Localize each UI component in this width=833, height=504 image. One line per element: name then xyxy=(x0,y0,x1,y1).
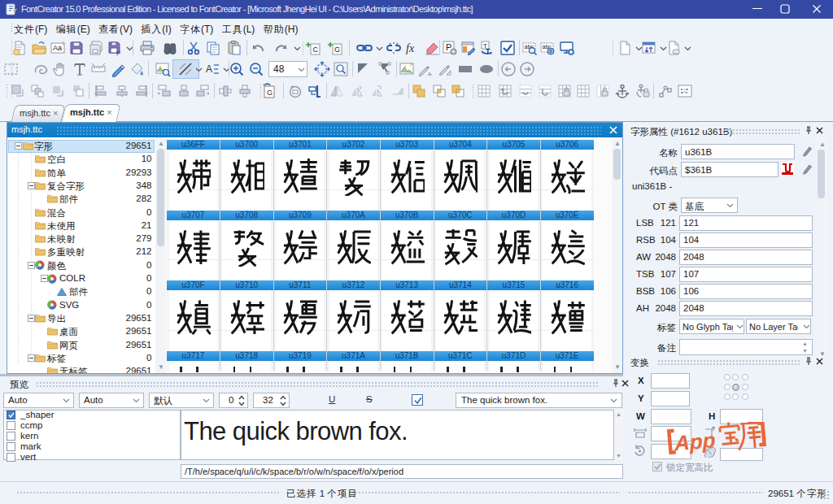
svg-text:G: G xyxy=(334,46,340,54)
svg-text:A: A xyxy=(206,63,212,75)
svg-text:fx: fx xyxy=(406,42,415,54)
svg-text:G: G xyxy=(267,89,273,97)
svg-text:Aa: Aa xyxy=(53,44,62,52)
svg-text:F: F xyxy=(116,50,120,56)
svg-text:T: T xyxy=(486,47,491,55)
svg-text:App: App xyxy=(674,428,716,454)
svg-text:C: C xyxy=(313,46,319,54)
